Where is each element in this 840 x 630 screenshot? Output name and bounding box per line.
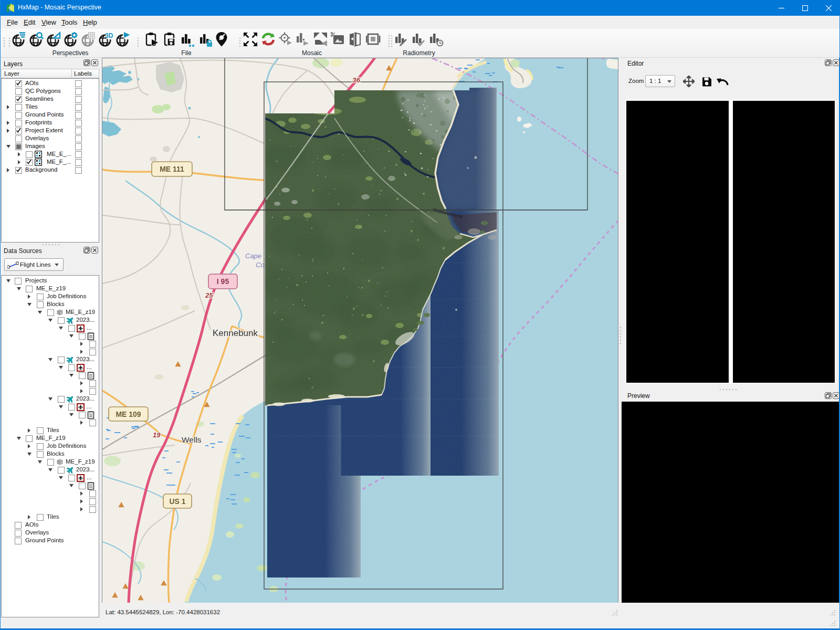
svg-text:Cape: Cape — [245, 252, 261, 260]
svg-text:Wells: Wells — [182, 435, 202, 444]
svg-text:US 1: US 1 — [169, 497, 185, 506]
svg-text:Kennebunk: Kennebunk — [213, 328, 258, 338]
svg-text:I 95: I 95 — [217, 277, 229, 286]
svg-text:Co: Co — [256, 261, 265, 269]
svg-text:3D: 3D — [105, 32, 113, 39]
svg-text:ME 109: ME 109 — [116, 410, 141, 418]
svg-text:25: 25 — [205, 291, 213, 299]
svg-text:36: 36 — [352, 76, 361, 84]
svg-text:19: 19 — [153, 431, 161, 439]
svg-text:ME 111: ME 111 — [160, 165, 184, 173]
